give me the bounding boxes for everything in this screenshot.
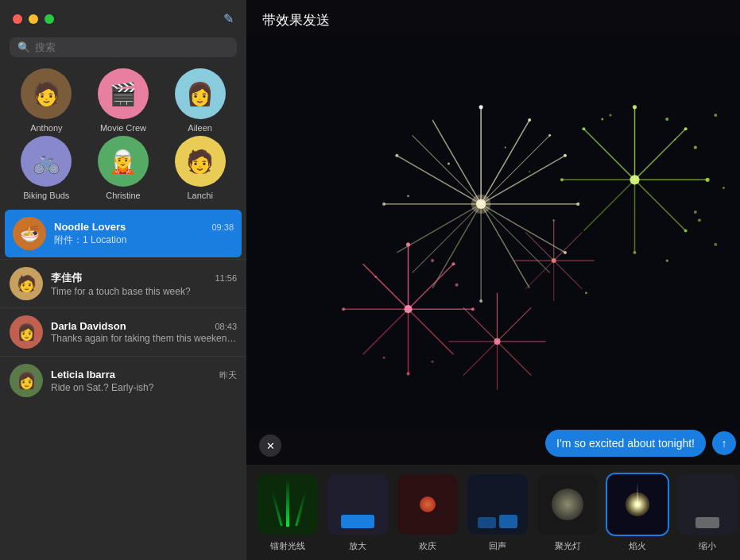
- conv-avatar-leticia-ibarra: 👩: [10, 364, 43, 397]
- pinned-label-biking-buds: Biking Buds: [23, 191, 69, 200]
- conversation-item-li-jiawei[interactable]: 🧑 李佳伟 11:56 Time for a touch base this w…: [0, 259, 246, 307]
- pinned-avatar-christine: 🧝: [98, 136, 149, 187]
- close-window-btn[interactable]: [13, 14, 22, 24]
- svg-point-44: [382, 357, 385, 359]
- pinned-item-biking-buds[interactable]: 🚲 Biking Buds: [10, 136, 83, 200]
- message-bubble-area: I'm so excited about tonight! ↑: [545, 430, 736, 457]
- conv-avatar-li-jiawei: 🧑: [10, 267, 43, 300]
- svg-point-25: [548, 134, 551, 137]
- conv-preview-leticia-ibarra: Ride on Sat.? Early-ish?: [51, 382, 237, 393]
- effect-name-laser: 镭射光线: [270, 540, 305, 552]
- effect-name-magnify: 放大: [349, 540, 366, 552]
- effect-item-echo[interactable]: 回声: [466, 473, 529, 552]
- pinned-item-lanchi[interactable]: 🧑 Lanchi: [163, 136, 237, 200]
- effect-thumb-echo: [466, 473, 529, 536]
- svg-point-45: [432, 361, 434, 363]
- svg-point-64: [706, 178, 710, 182]
- message-bubble: I'm so excited about tonight!: [545, 430, 706, 457]
- conv-avatar-noodle-lovers: 🍜: [13, 217, 46, 250]
- effect-item-spotlight[interactable]: 聚光灯: [536, 473, 599, 552]
- svg-point-89: [505, 147, 506, 149]
- svg-point-66: [560, 178, 564, 181]
- pinned-label-movie-crew: Movie Crew: [100, 123, 146, 133]
- svg-point-91: [529, 171, 530, 172]
- effect-thumb-fireworks: [606, 473, 669, 536]
- close-effect-button[interactable]: ✕: [259, 434, 281, 457]
- svg-point-24: [395, 154, 398, 157]
- svg-point-18: [528, 118, 531, 122]
- conv-body-leticia-ibarra: Leticia Ibarra 昨天 Ride on Sat.? Early-is…: [51, 369, 237, 393]
- pinned-avatar-lanchi: 🧑: [175, 136, 226, 187]
- effect-thumb-laser: [256, 473, 320, 536]
- pinned-item-aileen[interactable]: 👩 Aileen: [163, 68, 237, 133]
- svg-point-74: [601, 118, 603, 120]
- conversation-item-leticia-ibarra[interactable]: 👩 Leticia Ibarra 昨天 Ride on Sat.? Early-…: [0, 356, 246, 404]
- send-button[interactable]: ↑: [712, 431, 736, 455]
- conv-preview-noodle-lovers: 附件：1 Location: [54, 234, 234, 247]
- svg-point-76: [723, 187, 725, 189]
- maximize-window-btn[interactable]: [45, 14, 54, 24]
- svg-point-39: [342, 307, 345, 311]
- effect-name-celebration: 欢庆: [419, 540, 436, 552]
- conversation-list: 🍜 Noodle Lovers 09:38 附件：1 Location 🧑 李佳…: [0, 208, 246, 560]
- svg-point-68: [684, 229, 688, 232]
- svg-point-75: [714, 114, 717, 117]
- effect-title: 带效果发送: [246, 0, 346, 41]
- effect-item-laser[interactable]: 镭射光线: [256, 473, 320, 552]
- fireworks-background: [246, 0, 740, 465]
- svg-point-88: [447, 162, 450, 164]
- svg-point-63: [633, 105, 637, 109]
- search-bar[interactable]: 🔍: [10, 37, 237, 57]
- pinned-avatar-movie-crew: 🎬: [98, 68, 149, 119]
- conversation-item-darla-davidson[interactable]: 👩 Darla Davidson 08:43 Thanks again for …: [0, 307, 246, 356]
- svg-point-17: [479, 105, 483, 109]
- svg-point-36: [406, 242, 410, 246]
- svg-point-90: [407, 195, 409, 197]
- pinned-item-movie-crew[interactable]: 🎬 Movie Crew: [87, 68, 161, 133]
- svg-point-22: [479, 299, 482, 303]
- svg-point-23: [382, 203, 385, 206]
- conv-header-leticia-ibarra: Leticia Ibarra 昨天: [51, 369, 237, 381]
- svg-point-69: [582, 127, 585, 130]
- svg-point-65: [633, 251, 636, 254]
- svg-point-43: [455, 284, 459, 287]
- pinned-item-christine[interactable]: 🧝 Christine: [87, 136, 161, 200]
- effect-thumb-shrink: [676, 473, 739, 536]
- effect-thumb-celebration: [396, 473, 459, 536]
- svg-point-95: [698, 218, 701, 222]
- minimize-window-btn[interactable]: [29, 14, 38, 24]
- conv-body-noodle-lovers: Noodle Lovers 09:38 附件：1 Location: [54, 221, 234, 247]
- pinned-avatar-biking-buds: 🚲: [21, 136, 72, 187]
- conv-header-li-jiawei: 李佳伟 11:56: [51, 271, 237, 285]
- pinned-item-anthony[interactable]: 🧑 Anthony: [10, 68, 83, 133]
- window-controls: ✎: [0, 0, 246, 33]
- svg-point-67: [684, 127, 688, 130]
- conv-header-noodle-lovers: Noodle Lovers 09:38: [54, 221, 234, 233]
- sidebar: ✎ 🔍 🧑 Anthony 🎬 Movie Crew 👩 Aileen 🚲 Bi…: [0, 0, 246, 560]
- svg-point-19: [564, 154, 567, 157]
- compose-button[interactable]: ✎: [223, 11, 234, 26]
- svg-point-20: [576, 203, 579, 206]
- conv-preview-darla-davidson: Thanks again for taking them this weeken…: [51, 333, 237, 344]
- pinned-contacts-grid: 🧑 Anthony 🎬 Movie Crew 👩 Aileen 🚲 Biking…: [0, 65, 246, 208]
- pinned-label-anthony: Anthony: [30, 123, 62, 133]
- effect-item-shrink[interactable]: 缩小: [676, 473, 739, 552]
- svg-point-21: [564, 251, 567, 254]
- svg-point-77: [714, 243, 717, 246]
- svg-point-93: [585, 292, 587, 294]
- svg-point-72: [694, 146, 697, 149]
- conv-time-darla-davidson: 08:43: [215, 322, 237, 331]
- effect-item-fireworks[interactable]: 焰火: [606, 473, 669, 552]
- svg-point-42: [431, 259, 434, 262]
- conv-preview-li-jiawei: Time for a touch base this week?: [51, 286, 237, 297]
- conv-name-leticia-ibarra: Leticia Ibarra: [51, 369, 115, 380]
- conv-name-li-jiawei: 李佳伟: [51, 271, 82, 285]
- effects-strip: 镭射光线 放大 欢庆 回声 聚光灯 焰火: [246, 465, 740, 560]
- search-icon: 🔍: [17, 41, 30, 53]
- svg-point-37: [471, 307, 475, 311]
- effect-item-magnify[interactable]: 放大: [326, 473, 389, 552]
- conv-time-noodle-lovers: 09:38: [211, 222, 234, 232]
- conversation-item-noodle-lovers[interactable]: 🍜 Noodle Lovers 09:38 附件：1 Location: [5, 210, 242, 257]
- search-input[interactable]: [35, 41, 229, 53]
- effect-item-celebration[interactable]: 欢庆: [396, 473, 459, 552]
